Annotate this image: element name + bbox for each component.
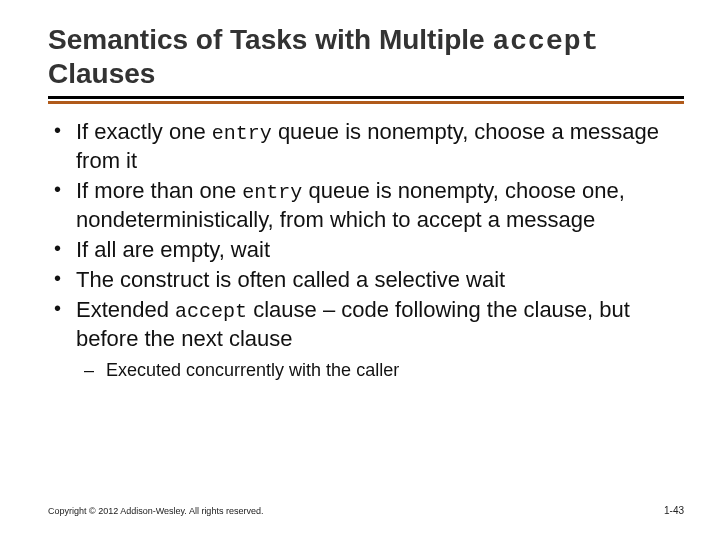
sub-item: Executed concurrently with the caller xyxy=(106,359,680,382)
bullet-item: If all are empty, wait xyxy=(76,236,680,264)
title-mono: accept xyxy=(492,26,599,57)
bullet-item: If exactly one entry queue is nonempty, … xyxy=(76,118,680,175)
title-pre: Semantics of Tasks with Multiple xyxy=(48,24,492,55)
copyright: Copyright © 2012 Addison-Wesley. All rig… xyxy=(48,506,263,516)
bullet-list: If exactly one entry queue is nonempty, … xyxy=(48,118,684,382)
mono-text: accept xyxy=(175,300,247,323)
page-number: 1-43 xyxy=(664,505,684,516)
mono-text: entry xyxy=(212,122,272,145)
text: The construct is often called a selectiv… xyxy=(76,267,505,292)
bullet-item: The construct is often called a selectiv… xyxy=(76,266,680,294)
text: If all are empty, wait xyxy=(76,237,270,262)
mono-text: entry xyxy=(242,181,302,204)
text: If exactly one xyxy=(76,119,212,144)
title-post: Clauses xyxy=(48,58,155,89)
slide-title: Semantics of Tasks with Multiple accept … xyxy=(48,24,684,90)
sub-list: Executed concurrently with the caller xyxy=(76,353,680,382)
text: Extended xyxy=(76,297,175,322)
slide: Semantics of Tasks with Multiple accept … xyxy=(0,0,720,540)
rule-accent xyxy=(48,101,684,104)
bullet-item: If more than one entry queue is nonempty… xyxy=(76,177,680,234)
bullet-item: Extended accept clause – code following … xyxy=(76,296,680,382)
text: If more than one xyxy=(76,178,242,203)
rule-top xyxy=(48,96,684,99)
